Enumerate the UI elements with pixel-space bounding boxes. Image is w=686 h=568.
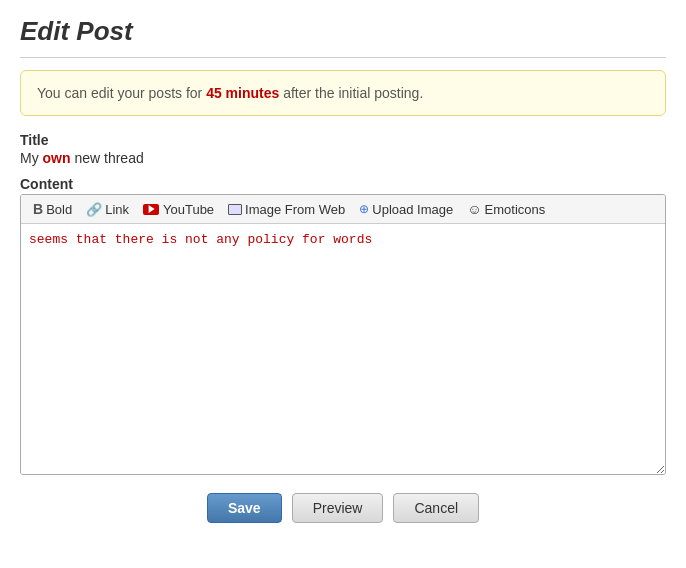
youtube-button[interactable]: YouTube xyxy=(137,200,220,219)
image-from-web-icon xyxy=(228,204,242,215)
youtube-label: YouTube xyxy=(163,202,214,217)
link-icon: 🔗 xyxy=(86,202,102,217)
action-buttons: Save Preview Cancel xyxy=(20,493,666,523)
youtube-icon xyxy=(143,204,159,215)
title-value: My own new thread xyxy=(20,150,666,166)
content-textarea[interactable]: seems that there is not any policy for w… xyxy=(21,224,665,474)
info-text-before: You can edit your posts for xyxy=(37,85,206,101)
bold-icon: B xyxy=(33,201,43,217)
bold-button[interactable]: B Bold xyxy=(27,199,78,219)
editor-toolbar: B Bold 🔗 Link YouTube Image From Web ⊕ U… xyxy=(21,195,665,224)
page-title: Edit Post xyxy=(20,16,666,58)
link-button[interactable]: 🔗 Link xyxy=(80,200,135,219)
title-label: Title xyxy=(20,132,666,148)
editor-container: B Bold 🔗 Link YouTube Image From Web ⊕ U… xyxy=(20,194,666,475)
emoticons-icon: ☺ xyxy=(467,201,481,217)
bold-label: Bold xyxy=(46,202,72,217)
image-from-web-label: Image From Web xyxy=(245,202,345,217)
upload-label: Upload Image xyxy=(372,202,453,217)
info-highlight: 45 minutes xyxy=(206,85,279,101)
info-text-after: after the initial posting. xyxy=(279,85,423,101)
link-label: Link xyxy=(105,202,129,217)
emoticons-label: Emoticons xyxy=(485,202,546,217)
image-from-web-button[interactable]: Image From Web xyxy=(222,200,351,219)
title-own-word: own xyxy=(43,150,71,166)
info-banner: You can edit your posts for 45 minutes a… xyxy=(20,70,666,116)
upload-image-button[interactable]: ⊕ Upload Image xyxy=(353,200,459,219)
cancel-button[interactable]: Cancel xyxy=(393,493,479,523)
content-label: Content xyxy=(20,176,666,192)
emoticons-button[interactable]: ☺ Emoticons xyxy=(461,199,551,219)
upload-icon: ⊕ xyxy=(359,202,369,216)
preview-button[interactable]: Preview xyxy=(292,493,384,523)
save-button[interactable]: Save xyxy=(207,493,282,523)
